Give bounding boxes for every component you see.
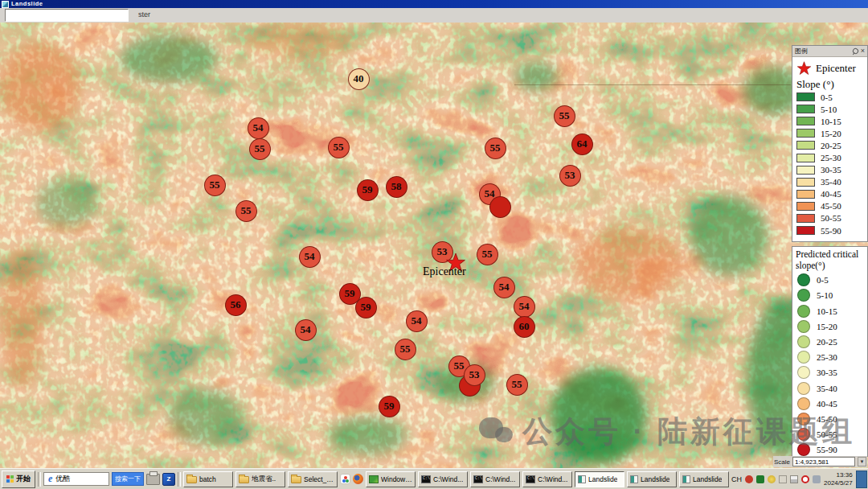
tri-circles-icon[interactable] bbox=[340, 474, 350, 484]
search-button[interactable]: 搜索一下 bbox=[112, 472, 144, 486]
critical-legend-row: 10-15 bbox=[792, 303, 867, 318]
close-icon[interactable]: × bbox=[861, 47, 865, 55]
terrain-patch bbox=[330, 417, 406, 455]
clock-date: 2024/5/27 bbox=[824, 479, 853, 487]
printer-icon[interactable] bbox=[146, 474, 160, 485]
slope-range-label: 45-50 bbox=[821, 201, 841, 211]
pin-icon[interactable] bbox=[851, 47, 859, 55]
slope-range-label: 55-90 bbox=[821, 226, 841, 236]
slope-point-marker[interactable]: 55 bbox=[395, 339, 416, 360]
slope-point-marker[interactable]: 60 bbox=[514, 316, 535, 338]
slope-point-marker[interactable]: 54 bbox=[299, 246, 321, 268]
slope-point-marker[interactable]: 55 bbox=[204, 175, 226, 196]
console-icon bbox=[526, 475, 535, 483]
blocked-status-icon[interactable] bbox=[801, 475, 809, 483]
slope-legend-row: 30-35 bbox=[796, 164, 864, 176]
slope-point-marker[interactable]: 54 bbox=[406, 310, 428, 332]
slope-swatch bbox=[796, 166, 815, 175]
taskbar-button-label: Landslide bbox=[641, 475, 669, 483]
slope-point-marker[interactable]: 59 bbox=[355, 297, 377, 318]
taskbar-button[interactable]: Landslide bbox=[575, 471, 624, 487]
slope-swatch bbox=[796, 92, 815, 101]
taskbar-button[interactable]: Landslide bbox=[679, 471, 729, 487]
map-canvas[interactable]: 4054555555555958555564535454535554595954… bbox=[0, 23, 868, 468]
taskbar-button[interactable]: C:\Wind... bbox=[470, 471, 520, 487]
watermark: 公众号 · 陆新征课题组 bbox=[479, 412, 855, 452]
taskbar-button-label: C:\Wind... bbox=[538, 475, 567, 483]
slope-point-marker[interactable]: 55 bbox=[328, 137, 350, 158]
slope-point-marker[interactable]: 59 bbox=[379, 396, 400, 417]
blue-app-icon[interactable]: Z bbox=[162, 473, 175, 486]
terrain-patch bbox=[0, 248, 44, 388]
flag-status-icon[interactable] bbox=[790, 475, 798, 483]
slope-swatch bbox=[796, 202, 815, 211]
toolbar: ster bbox=[0, 8, 868, 23]
taskbar-button[interactable]: Landslide bbox=[627, 471, 677, 487]
slope-range-label: 30-35 bbox=[821, 165, 841, 175]
red-status-icon[interactable] bbox=[745, 475, 753, 483]
taskbar-button-label: batch bbox=[199, 475, 216, 483]
scale-label: Scale bbox=[774, 458, 790, 466]
slope-point-marker[interactable]: 55 bbox=[554, 105, 575, 127]
slope-point-marker[interactable]: 53 bbox=[559, 165, 581, 187]
firefox-icon[interactable] bbox=[353, 474, 363, 484]
slope-swatch bbox=[796, 214, 815, 223]
slope-point-marker[interactable]: 54 bbox=[493, 277, 515, 298]
slope-point-marker[interactable]: 54 bbox=[514, 296, 535, 318]
terrain-patch bbox=[169, 388, 241, 445]
slope-legend-row: 25-30 bbox=[796, 151, 864, 163]
taskbar-search-box[interactable]: e 优酷 bbox=[43, 472, 109, 486]
legend-epicenter-star-icon bbox=[796, 61, 812, 76]
taskbar-clock[interactable]: 13:36 2024/5/27 bbox=[824, 471, 853, 486]
legend-panel-header[interactable]: 图例 × bbox=[792, 46, 867, 57]
legend-panel: 图例 × Epicenter Slope (°) 0-55-1010-1515-… bbox=[792, 45, 868, 242]
ime-indicator[interactable]: CH bbox=[731, 475, 742, 483]
slope-range-label: 25-30 bbox=[821, 153, 841, 162]
slope-point-marker[interactable]: 55 bbox=[235, 200, 257, 222]
start-button[interactable]: 开始 bbox=[2, 471, 35, 488]
layer-combo-box[interactable] bbox=[5, 9, 129, 22]
taskbar-button[interactable]: 地震省.. bbox=[235, 471, 285, 487]
taskbar-button[interactable]: batch bbox=[183, 471, 233, 487]
slope-point-marker[interactable]: 59 bbox=[357, 179, 379, 201]
critical-range-label: 25-30 bbox=[817, 352, 837, 362]
search-box-text: 优酷 bbox=[55, 474, 70, 484]
slope-point-marker[interactable]: 55 bbox=[477, 244, 498, 265]
taskbar-button[interactable]: Select_GM bbox=[288, 471, 338, 487]
slope-point-marker[interactable] bbox=[489, 196, 511, 218]
system-tray: CH 13:36 2024/5/27 bbox=[731, 471, 868, 488]
windows-flag-icon bbox=[6, 475, 14, 483]
terrain-patch bbox=[691, 195, 768, 276]
taskbar-button-label: C:\Wind... bbox=[485, 475, 515, 483]
slope-point-marker[interactable]: 40 bbox=[348, 68, 370, 90]
scale-value-combo[interactable]: 1:4,923,581 bbox=[792, 457, 855, 466]
slope-swatch bbox=[796, 226, 815, 235]
slope-point-marker[interactable]: 58 bbox=[386, 176, 407, 198]
slope-point-marker[interactable]: 64 bbox=[571, 134, 593, 155]
slope-point-marker[interactable]: 53 bbox=[464, 364, 485, 386]
slope-point-marker[interactable]: 55 bbox=[485, 138, 506, 159]
slope-point-marker[interactable]: 56 bbox=[225, 294, 247, 316]
slope-point-marker[interactable]: 54 bbox=[248, 117, 269, 139]
slope-range-label: 20-25 bbox=[821, 141, 841, 150]
title-bar: Landslide bbox=[0, 0, 868, 8]
yellow-status-icon[interactable] bbox=[768, 475, 776, 483]
taskbar-button[interactable]: Windows... bbox=[366, 471, 416, 487]
console-icon bbox=[473, 475, 483, 483]
gray-app-icon[interactable] bbox=[779, 475, 787, 483]
critical-legend-row: 30-35 bbox=[792, 365, 867, 380]
slope-point-marker[interactable]: 55 bbox=[249, 138, 271, 160]
device-status-icon[interactable] bbox=[813, 475, 821, 483]
slope-legend-row: 10-15 bbox=[796, 115, 864, 127]
language-bar-icon[interactable] bbox=[856, 471, 867, 488]
taskbar-button[interactable]: C:\Wind... bbox=[418, 471, 468, 487]
taskbar-button[interactable]: C:\Wind... bbox=[522, 471, 572, 487]
folder-icon bbox=[186, 476, 197, 483]
scale-dropdown-arrow-icon[interactable]: ▼ bbox=[858, 457, 866, 466]
critical-range-label: 15-20 bbox=[817, 322, 837, 331]
slope-point-marker[interactable]: 55 bbox=[506, 374, 528, 396]
slope-swatch bbox=[796, 129, 815, 138]
critical-swatch-circle bbox=[797, 320, 810, 333]
green-status-icon[interactable] bbox=[756, 475, 764, 483]
slope-point-marker[interactable]: 54 bbox=[295, 319, 317, 341]
